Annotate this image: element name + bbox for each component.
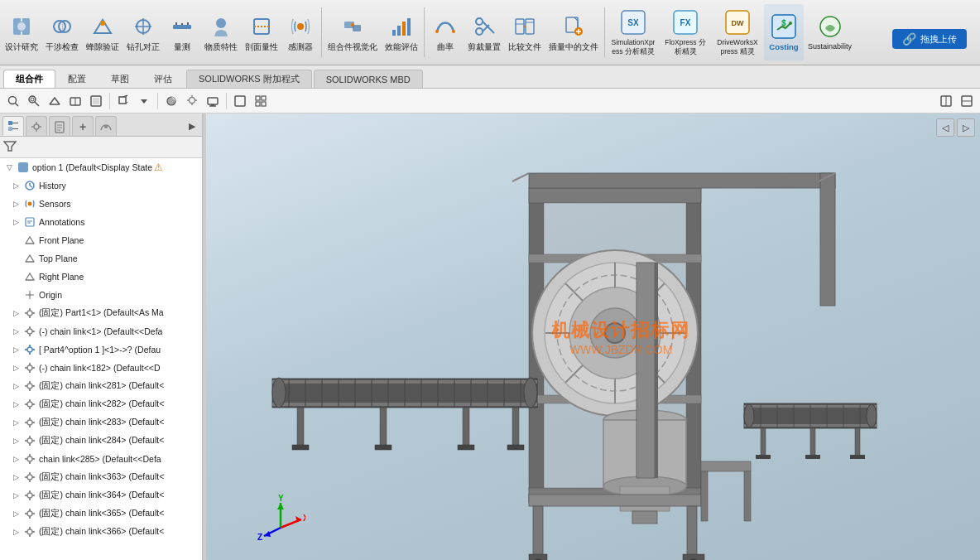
performance-icon: [388, 13, 415, 40]
tree-top-plane[interactable]: Top Plane: [0, 249, 202, 268]
tool-simxpress[interactable]: SX SimulationXpress 分析精灵: [608, 4, 659, 60]
tool-curvature[interactable]: 曲率: [427, 4, 464, 60]
tb2-lighting[interactable]: [182, 91, 202, 111]
tree-chain282[interactable]: ▷ (固定) chain link<282> (Default<: [0, 395, 202, 413]
svg-rect-256: [529, 173, 835, 188]
panel-tab-property[interactable]: [49, 116, 70, 136]
tree-part4[interactable]: ▷ [ Part4^option 1 ]<1>->? (Defau: [0, 340, 202, 359]
tree-chain283[interactable]: ▷ (固定) chain link<283> (Default<: [0, 413, 202, 432]
tree-front-plane[interactable]: Front Plane: [0, 231, 202, 249]
tool-driveworks[interactable]: DW DriveWorksXpress 精灵: [712, 4, 763, 60]
tool-curvature-label: 曲率: [437, 42, 454, 51]
tree-part1[interactable]: ▷ (固定) Part1<1> (Default<As Ma: [0, 304, 202, 322]
tool-sustainability[interactable]: Sustainability: [805, 4, 855, 60]
filter-icon[interactable]: [3, 139, 17, 155]
tb2-search2[interactable]: [24, 91, 44, 111]
svg-rect-230: [507, 445, 524, 450]
view-expand-right[interactable]: ▷: [957, 118, 975, 137]
right-plane-icon: [23, 270, 36, 283]
svg-point-25: [435, 30, 439, 33]
clearance-icon: [89, 13, 116, 40]
svg-rect-121: [32, 312, 35, 314]
tool-assembly[interactable]: 组合件视觉化: [324, 4, 381, 60]
tb2-orient[interactable]: [113, 91, 133, 111]
tab-solidworks-mbd[interactable]: SOLIDWORKS MBD: [314, 70, 423, 88]
sep1: [321, 7, 322, 57]
svg-rect-138: [29, 381, 31, 384]
tool-measure[interactable]: 量测: [164, 4, 200, 60]
3d-viewport[interactable]: 机械设计招标网 WWW.JBZDR.COM X Y Z ◁ ▷: [206, 113, 980, 560]
tree-chain284[interactable]: ▷ (固定) chain link<284> (Default<: [0, 432, 202, 450]
svg-point-28: [476, 18, 483, 25]
tree-sensors[interactable]: ▷ Sensors: [0, 195, 202, 213]
svg-rect-125: [25, 331, 27, 332]
svg-point-122: [27, 329, 32, 334]
tool-insert-doc[interactable]: 插量中的文件: [545, 4, 602, 60]
tab-config[interactable]: 配置: [55, 70, 98, 88]
tb2-shading[interactable]: [161, 91, 181, 111]
tool-trim[interactable]: 剪裁量置: [464, 4, 504, 60]
tb2-right1[interactable]: [936, 91, 956, 111]
tree-history[interactable]: ▷ History: [0, 176, 202, 195]
upload-button[interactable]: 🔗 拖拽上传: [892, 29, 967, 49]
simxpress-icon: SX: [620, 9, 646, 36]
panel-tab-plus[interactable]: +: [72, 116, 94, 136]
panel-tab-model-tree[interactable]: [2, 116, 24, 136]
tree-chain363[interactable]: ▷ (固定) chain link<363> (Default<: [0, 468, 202, 486]
tb2-view-down[interactable]: [134, 91, 154, 111]
tool-interference[interactable]: 干涉检查: [42, 4, 82, 60]
tree-chain365[interactable]: ▷ (固定) chain link<365> (Default<: [0, 504, 202, 523]
tab-assembly[interactable]: 组合件: [3, 70, 55, 88]
tree-right-plane[interactable]: Right Plane: [0, 268, 202, 286]
tree-root[interactable]: ▽ option 1 (Default<Display State ⚠: [0, 158, 202, 176]
panel-tab-display[interactable]: [95, 116, 117, 136]
chain364-icon: [23, 489, 36, 502]
tool-design-study[interactable]: 设计研究: [2, 4, 41, 60]
sensors-icon: [23, 197, 36, 210]
tb2-expand1[interactable]: [230, 91, 250, 111]
chain363-label: (固定) chain link<363> (Default<: [39, 471, 164, 483]
tb2-measure[interactable]: [45, 91, 65, 111]
annotations-label: Annotations: [39, 217, 84, 227]
tool-hole-align[interactable]: 钻孔对正: [123, 4, 163, 60]
tab-evaluate[interactable]: 评估: [142, 70, 185, 88]
tool-section[interactable]: 剖面量性: [242, 4, 281, 60]
tool-performance[interactable]: 效能评估: [382, 4, 421, 60]
view-expand-left[interactable]: ◁: [936, 118, 954, 137]
axis-indicator: X Y Z: [256, 495, 305, 544]
tb2-search1[interactable]: [3, 91, 23, 111]
tree-chain281[interactable]: ▷ (固定) chain link<281> (Default<: [0, 377, 202, 395]
tool-costing[interactable]: 💲 Costing: [764, 4, 804, 60]
tab-solidworks-addins[interactable]: SOLIDWORKS 附加程式: [186, 70, 312, 88]
compare-icon: [512, 13, 538, 40]
history-label: History: [39, 181, 66, 191]
tree-origin[interactable]: Origin: [0, 286, 202, 304]
tb2-display-mode[interactable]: [203, 91, 223, 111]
tb2-view2[interactable]: [86, 91, 106, 111]
panel-expand[interactable]: ▶: [185, 116, 199, 136]
tree-chain366[interactable]: ▷ (固定) chain link<366> (Default<: [0, 523, 202, 541]
tool-clearance[interactable]: 蜂隙验证: [83, 4, 122, 60]
tb2-view1[interactable]: [65, 91, 85, 111]
sensors-arrow: ▷: [13, 200, 23, 208]
annotations-icon: [23, 215, 36, 229]
tb2-right2[interactable]: [957, 91, 977, 111]
tree-annotations[interactable]: ▷ Annotations: [0, 213, 202, 231]
tool-mass-props[interactable]: 物质特性: [201, 4, 241, 60]
panel-tab-config[interactable]: [26, 116, 47, 136]
tool-compare[interactable]: 比较文件: [505, 4, 545, 60]
svg-rect-10: [173, 25, 191, 29]
model-tree[interactable]: ▽ option 1 (Default<Display State ⚠ ▷ Hi…: [0, 158, 202, 560]
tab-drawing[interactable]: 草图: [98, 70, 142, 88]
tree-chain182[interactable]: ▷ (-) chain link<182> (Default<<D: [0, 359, 202, 377]
tool-sensor[interactable]: 感测器: [282, 4, 319, 60]
tool-measure-label: 量测: [174, 42, 190, 51]
tree-chain364[interactable]: ▷ (固定) chain link<364> (Default<: [0, 486, 202, 504]
tool-floxpress-label: FloXpress 分析精灵: [663, 38, 708, 55]
assembly-icon: [339, 13, 366, 40]
part1-label: (固定) Part1<1> (Default<As Ma: [39, 307, 164, 319]
tree-chain1[interactable]: ▷ (-) chain link<1> (Default<<Defa: [0, 322, 202, 340]
tool-floxpress[interactable]: FX FloXpress 分析精灵: [660, 4, 711, 60]
tree-chain285[interactable]: ▷ chain link<285> (Default<<Defa: [0, 450, 202, 468]
tb2-expand2[interactable]: [251, 91, 271, 111]
